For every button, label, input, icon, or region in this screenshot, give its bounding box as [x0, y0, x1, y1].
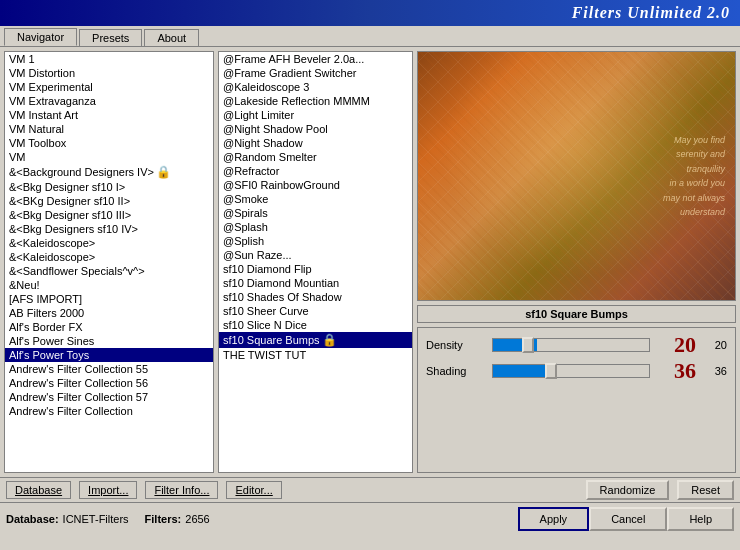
- filters-value: 2656: [185, 513, 209, 525]
- list-item-selected[interactable]: Alf's Power Toys: [5, 348, 213, 362]
- tab-about[interactable]: About: [144, 29, 199, 46]
- middle-list-item[interactable]: @Smoke: [219, 192, 412, 206]
- middle-list-item[interactable]: @SFI0 RainbowGround: [219, 178, 412, 192]
- density-slider[interactable]: [492, 338, 650, 352]
- apply-button[interactable]: Apply: [518, 507, 590, 531]
- list-item[interactable]: Alf's Border FX: [5, 320, 213, 334]
- tab-navigator[interactable]: Navigator: [4, 28, 77, 46]
- shading-slider[interactable]: [492, 364, 650, 378]
- middle-list-item[interactable]: sf10 Sheer Curve: [219, 304, 412, 318]
- list-item[interactable]: &<Bkg Designer sf10 I>: [5, 180, 213, 194]
- shading-row: Shading 36 36: [422, 358, 731, 384]
- middle-list-item[interactable]: @Sun Raze...: [219, 248, 412, 262]
- middle-list-item[interactable]: sf10 Slice N Dice: [219, 318, 412, 332]
- left-panel[interactable]: VM 1 VM Distortion VM Experimental VM Ex…: [4, 51, 214, 473]
- list-item[interactable]: Andrew's Filter Collection 57: [5, 390, 213, 404]
- pattern-overlay: [418, 52, 735, 300]
- middle-list-item[interactable]: @Frame AFH Beveler 2.0a...: [219, 52, 412, 66]
- app-header: Filters Unlimited 2.0: [0, 0, 740, 26]
- bottom-toolbar: Database Import... Filter Info... Editor…: [0, 477, 740, 502]
- list-item[interactable]: [AFS IMPORT]: [5, 292, 213, 306]
- import-button[interactable]: Import...: [79, 481, 137, 499]
- list-item[interactable]: Andrew's Filter Collection: [5, 404, 213, 418]
- middle-list-item[interactable]: sf10 Diamond Flip: [219, 262, 412, 276]
- filter-name-bar: sf10 Square Bumps: [417, 305, 736, 323]
- middle-list-item[interactable]: @Kaleidoscope 3: [219, 80, 412, 94]
- density-row: Density 20 20: [422, 332, 731, 358]
- middle-list-item[interactable]: @Frame Gradient Switcher: [219, 66, 412, 80]
- list-item[interactable]: VM 1: [5, 52, 213, 66]
- density-value-small: 20: [702, 339, 727, 351]
- lock-icon: 🔒: [156, 165, 171, 179]
- list-item[interactable]: VM Distortion: [5, 66, 213, 80]
- tab-presets[interactable]: Presets: [79, 29, 142, 46]
- lock-icon: 🔒: [322, 333, 337, 347]
- list-item[interactable]: VM Experimental: [5, 80, 213, 94]
- status-action-bar: Database: ICNET-Filters Filters: 2656 Ap…: [0, 502, 740, 535]
- middle-list-item[interactable]: @Refractor: [219, 164, 412, 178]
- database-value: ICNET-Filters: [63, 513, 129, 525]
- cancel-button[interactable]: Cancel: [589, 507, 667, 531]
- list-item[interactable]: &<BKg Designer sf10 II>: [5, 194, 213, 208]
- middle-list-item[interactable]: @Light Limiter: [219, 108, 412, 122]
- list-item[interactable]: &<Sandflower Specials^v^>: [5, 264, 213, 278]
- help-button[interactable]: Help: [667, 507, 734, 531]
- preview-image: May you find serenity and tranquility in…: [417, 51, 736, 301]
- list-item[interactable]: &<Background Designers IV> 🔒: [5, 164, 213, 180]
- database-button[interactable]: Database: [6, 481, 71, 499]
- filters-label: Filters:: [145, 513, 182, 525]
- reset-button[interactable]: Reset: [677, 480, 734, 500]
- list-item[interactable]: AB Filters 2000: [5, 306, 213, 320]
- middle-list-item[interactable]: THE TWIST TUT: [219, 348, 412, 362]
- middle-list-item[interactable]: @Random Smelter: [219, 150, 412, 164]
- list-item[interactable]: Andrew's Filter Collection 56: [5, 376, 213, 390]
- list-item[interactable]: Alf's Power Sines: [5, 334, 213, 348]
- middle-list-item[interactable]: sf10 Diamond Mountian: [219, 276, 412, 290]
- shading-value-small: 36: [702, 365, 727, 377]
- status-database: Database: ICNET-Filters: [6, 513, 129, 525]
- list-item[interactable]: VM Toolbox: [5, 136, 213, 150]
- database-label: Database:: [6, 513, 59, 525]
- editor-button[interactable]: Editor...: [226, 481, 281, 499]
- density-slider-container: [492, 338, 650, 352]
- density-value-big: 20: [656, 334, 696, 356]
- shading-label: Shading: [426, 365, 486, 377]
- density-label: Density: [426, 339, 486, 351]
- middle-list-item-selected[interactable]: sf10 Square Bumps 🔒: [219, 332, 412, 348]
- shading-slider-container: [492, 364, 650, 378]
- app-title: Filters Unlimited 2.0: [572, 4, 730, 21]
- list-item[interactable]: Andrew's Filter Collection 55: [5, 362, 213, 376]
- middle-panel[interactable]: @Frame AFH Beveler 2.0a... @Frame Gradie…: [218, 51, 413, 473]
- randomize-button[interactable]: Randomize: [586, 480, 670, 500]
- settings-panel: Density 20 20 Shading 36 36: [417, 327, 736, 473]
- list-item[interactable]: &<Kaleidoscope>: [5, 250, 213, 264]
- middle-list-item[interactable]: @Night Shadow: [219, 136, 412, 150]
- middle-list-item[interactable]: @Spirals: [219, 206, 412, 220]
- main-content: VM 1 VM Distortion VM Experimental VM Ex…: [0, 47, 740, 477]
- status-filters: Filters: 2656: [145, 513, 210, 525]
- middle-list-item[interactable]: sf10 Shades Of Shadow: [219, 290, 412, 304]
- list-item[interactable]: &<Kaleidoscope>: [5, 236, 213, 250]
- list-item[interactable]: VM Natural: [5, 122, 213, 136]
- filter-name-label: sf10 Square Bumps: [525, 308, 628, 320]
- list-item[interactable]: &<Bkg Designers sf10 IV>: [5, 222, 213, 236]
- filter-info-button[interactable]: Filter Info...: [145, 481, 218, 499]
- list-item[interactable]: VM: [5, 150, 213, 164]
- right-panel: May you find serenity and tranquility in…: [417, 51, 736, 473]
- list-item[interactable]: VM Instant Art: [5, 108, 213, 122]
- tab-bar: Navigator Presets About: [0, 26, 740, 47]
- svg-rect-1: [418, 52, 735, 300]
- list-item[interactable]: &Neu!: [5, 278, 213, 292]
- list-item[interactable]: VM Extravaganza: [5, 94, 213, 108]
- shading-value-big: 36: [656, 360, 696, 382]
- middle-list-item[interactable]: @Splish: [219, 234, 412, 248]
- middle-list-item[interactable]: @Night Shadow Pool: [219, 122, 412, 136]
- middle-list-item[interactable]: @Lakeside Reflection MMMM: [219, 94, 412, 108]
- list-item[interactable]: &<Bkg Designer sf10 III>: [5, 208, 213, 222]
- middle-list-item[interactable]: @Splash: [219, 220, 412, 234]
